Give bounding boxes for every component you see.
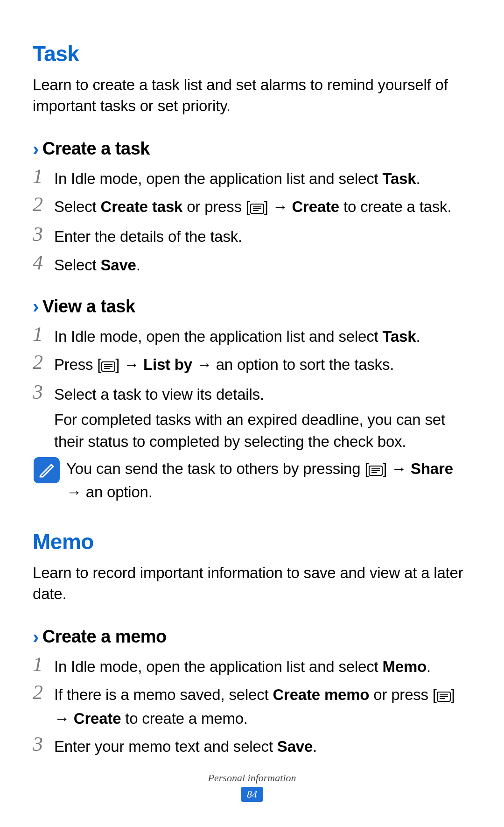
subheading-create-task: › Create a task xyxy=(33,139,471,159)
bold-text: Task xyxy=(382,170,416,187)
step-text: Select Create task or press [] → Create … xyxy=(54,193,451,219)
menu-icon xyxy=(437,686,451,707)
step-text: In Idle mode, open the application list … xyxy=(54,653,431,678)
step-item: 3 Select a task to view its details. xyxy=(33,381,471,405)
step-text: Select Save. xyxy=(54,252,140,276)
bold-text: Create memo xyxy=(273,686,369,703)
section-task: Task Learn to create a task list and set… xyxy=(33,41,471,503)
step-extra-text: For completed tasks with an expired dead… xyxy=(54,409,471,452)
step-item: 4 Select Save. xyxy=(33,252,471,276)
menu-icon xyxy=(250,198,264,219)
text: . xyxy=(416,170,420,187)
step-number: 3 xyxy=(33,223,54,246)
bold-text: Save xyxy=(277,738,313,755)
step-number: 3 xyxy=(33,733,54,756)
chevron-right-icon: › xyxy=(33,628,39,646)
subheading-create-memo: › Create a memo xyxy=(33,627,471,647)
bold-text: Create xyxy=(292,198,339,215)
step-item: 1 In Idle mode, open the application lis… xyxy=(33,323,471,347)
text: . xyxy=(416,328,420,345)
steps-create-memo: 1 In Idle mode, open the application lis… xyxy=(33,653,471,757)
step-item: 2 If there is a memo saved, select Creat… xyxy=(33,681,471,729)
step-item: 2 Press [] → List by → an option to sort… xyxy=(33,351,471,377)
step-number: 2 xyxy=(33,681,54,704)
step-text: In Idle mode, open the application list … xyxy=(54,323,420,347)
page-number: 84 xyxy=(241,787,263,802)
note-box: You can send the task to others by press… xyxy=(33,457,471,503)
text: ] → xyxy=(115,356,143,373)
text: or press [ xyxy=(369,686,437,703)
text: You can send the task to others by press… xyxy=(66,460,369,477)
step-number: 2 xyxy=(33,351,54,374)
step-text: Select a task to view its details. xyxy=(54,381,264,405)
intro-task: Learn to create a task list and set alar… xyxy=(33,75,471,116)
step-text: In Idle mode, open the application list … xyxy=(54,165,420,190)
text: to create a task. xyxy=(339,198,451,215)
chevron-right-icon: › xyxy=(33,297,39,316)
steps-view-task: 1 In Idle mode, open the application lis… xyxy=(33,323,471,452)
bold-text: List by xyxy=(143,356,192,373)
step-number: 1 xyxy=(33,165,54,188)
text: → an option to sort the tasks. xyxy=(192,356,394,373)
chevron-right-icon: › xyxy=(33,140,39,158)
step-item: 3 Enter your memo text and select Save. xyxy=(33,733,471,757)
step-item: 1 In Idle mode, open the application lis… xyxy=(33,653,471,678)
page-footer: Personal information 84 xyxy=(0,772,504,802)
step-item: 1 In Idle mode, open the application lis… xyxy=(33,165,471,190)
text: . xyxy=(427,658,431,675)
subheading-label: Create a task xyxy=(42,139,150,159)
step-number: 1 xyxy=(33,323,54,346)
bold-text: Save xyxy=(101,256,136,274)
text: or press [ xyxy=(182,198,250,215)
note-icon xyxy=(34,457,60,483)
text: Press [ xyxy=(54,356,101,373)
text: In Idle mode, open the application list … xyxy=(54,170,382,187)
text: If there is a memo saved, select xyxy=(54,686,273,703)
note-text: You can send the task to others by press… xyxy=(66,457,471,503)
text: In Idle mode, open the application list … xyxy=(54,328,382,345)
text: Select xyxy=(54,198,101,215)
menu-icon xyxy=(369,460,383,481)
bold-text: Create xyxy=(74,710,121,727)
heading-memo: Memo xyxy=(33,529,471,554)
text: . xyxy=(136,256,140,274)
subheading-view-task: › View a task xyxy=(33,297,471,317)
text: ] → xyxy=(264,198,292,215)
step-number: 3 xyxy=(33,381,54,403)
text: Select xyxy=(54,256,101,274)
step-item: 3 Enter the details of the task. xyxy=(33,223,471,247)
step-number: 1 xyxy=(33,653,54,676)
text: Enter your memo text and select xyxy=(54,738,277,755)
step-number: 4 xyxy=(33,252,54,274)
heading-task: Task xyxy=(33,41,471,66)
step-item: 2 Select Create task or press [] → Creat… xyxy=(33,193,471,219)
text: → an option. xyxy=(66,483,153,501)
text: ] → xyxy=(383,460,411,477)
step-text: Enter the details of the task. xyxy=(54,223,242,247)
intro-memo: Learn to record important information to… xyxy=(33,563,471,604)
bold-text: Create task xyxy=(101,198,183,215)
step-text: Enter your memo text and select Save. xyxy=(54,733,317,757)
steps-create-task: 1 In Idle mode, open the application lis… xyxy=(33,165,471,276)
subheading-label: View a task xyxy=(42,297,135,317)
step-number: 2 xyxy=(33,193,54,216)
step-text: Press [] → List by → an option to sort t… xyxy=(54,351,394,377)
text: . xyxy=(313,738,317,755)
text: to create a memo. xyxy=(121,710,248,727)
bold-text: Share xyxy=(411,460,453,477)
section-memo: Memo Learn to record important informati… xyxy=(33,529,471,757)
step-text: If there is a memo saved, select Create … xyxy=(54,681,471,729)
bold-text: Memo xyxy=(382,658,427,675)
bold-text: Task xyxy=(382,328,416,345)
text: In Idle mode, open the application list … xyxy=(54,658,382,675)
subheading-label: Create a memo xyxy=(42,627,167,647)
menu-icon xyxy=(101,356,115,377)
footer-section-label: Personal information xyxy=(0,772,504,784)
